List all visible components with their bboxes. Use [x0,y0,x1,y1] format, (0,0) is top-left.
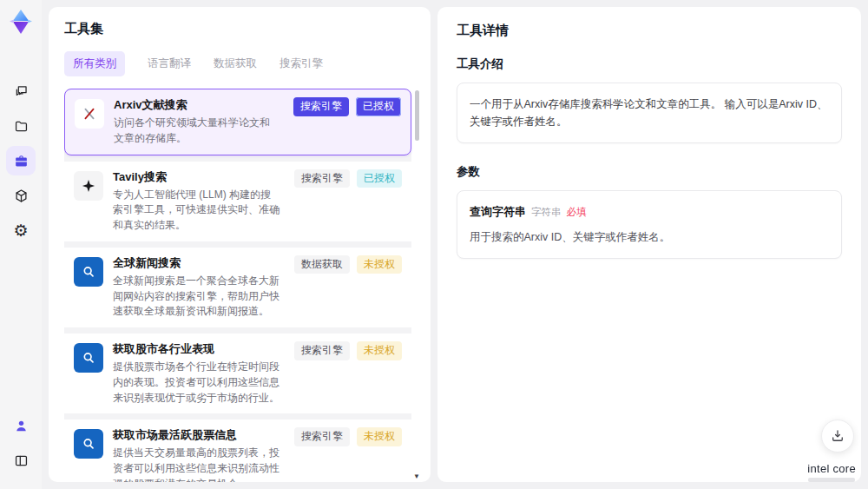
content-area: 工具集 所有类别语言翻译数据获取搜索引擎 Arxiv文献搜索访问各个研究领域大量… [42,0,868,489]
news-search-icon [74,429,103,459]
tool-card[interactable]: 全球新闻搜索全球新闻搜索是一个聚合全球各大新闻网站内容的搜索引擎，帮助用户快速获… [64,248,411,327]
tool-description: 专为人工智能代理 (LLM) 构建的搜索引擎工具，可快速提供实时、准确和真实的结… [113,188,279,234]
auth-status-badge: 未授权 [357,341,402,360]
param-name: 查询字符串 [470,205,526,218]
download-button download-icon[interactable] [821,420,854,453]
tool-card[interactable]: 获取股市各行业表现提供股票市场各个行业在特定时间段内的表现。投资者可以利用这些信… [64,334,411,413]
tab-0[interactable]: 所有类别 [64,51,125,76]
intro-heading: 工具介绍 [457,56,842,72]
rail-nav: ⚙ [6,71,36,250]
tool-title: 获取股市各行业表现 [113,341,279,357]
intro-box: 一个用于从Arxiv存储库搜索科学论文和文章的工具。 输入可以是Arxiv ID… [457,83,842,143]
scrollbar[interactable]: ▼ [415,90,419,470]
category-tabs: 所有类别语言翻译数据获取搜索引擎 [64,51,420,76]
details-panel: 工具详情 工具介绍 一个用于从Arxiv存储库搜索科学论文和文章的工具。 输入可… [437,7,861,482]
category-badge: 搜索引擎 [294,341,350,360]
category-badge: 搜索引擎 [294,427,350,446]
news-search-icon [74,257,103,287]
star-icon [74,171,103,201]
tab-3[interactable]: 搜索引擎 [279,56,323,71]
app-logo crystal-logo-icon [6,7,36,36]
tool-badges: 搜索引擎未授权 [294,341,402,360]
tool-list: Arxiv文献搜索访问各个研究领域大量科学论文和文章的存储库。搜索引擎已授权Ta… [64,89,411,482]
tool-title: 全球新闻搜索 [113,255,279,271]
sidebar-item-toolbox briefcase-icon[interactable] [6,146,36,175]
tool-card[interactable]: Arxiv文献搜索访问各个研究领域大量科学论文和文章的存储库。搜索引擎已授权 [64,89,411,155]
tab-2[interactable]: 数据获取 [214,56,257,71]
tool-title: Tavily搜索 [113,169,279,185]
intel-core-badge-bar [808,478,855,482]
intro-text: 一个用于从Arxiv存储库搜索科学论文和文章的工具。 输入可以是Arxiv ID… [470,98,828,128]
auth-status-badge: 未授权 [357,427,402,446]
tool-card[interactable]: Tavily搜索专为人工智能代理 (LLM) 构建的搜索引擎工具，可快速提供实时… [64,162,411,241]
tools-panel-title: 工具集 [64,21,420,37]
tools-panel: 工具集 所有类别语言翻译数据获取搜索引擎 Arxiv文献搜索访问各个研究领域大量… [49,7,431,482]
tool-list-wrap: Arxiv文献搜索访问各个研究领域大量科学论文和文章的存储库。搜索引擎已授权Ta… [64,89,420,482]
param-description: 用于搜索的Arxiv ID、关键字或作者姓名。 [470,228,829,246]
tool-description: 访问各个研究领域大量科学论文和文章的存储库。 [114,116,279,147]
tool-title: Arxiv文献搜索 [114,97,279,113]
params-box: 查询字符串字符串必填用于搜索的Arxiv ID、关键字或作者姓名。 [457,190,842,259]
param-header: 查询字符串字符串必填 [470,203,829,221]
category-badge: 数据获取 [294,255,350,274]
auth-status-badge: 未授权 [357,255,402,274]
news-search-icon [74,343,103,373]
intel-core-logo: intel core [807,462,856,482]
tool-badges: 搜索引擎未授权 [294,427,402,446]
sidebar-item-settings gear-icon[interactable]: ⚙ [6,215,36,245]
sidebar-item-panel-toggle columns-icon[interactable] [6,446,36,475]
auth-status-badge: 已授权 [356,97,401,116]
tool-title: 获取市场最活跃股票信息 [113,427,279,443]
sidebar-item-account person-icon[interactable] [6,411,36,440]
scroll-down-icon[interactable]: ▼ [413,472,420,480]
tool-badges: 搜索引擎已授权 [294,169,402,188]
tool-description: 提供当天交易量最高的股票列表，投资者可以利用这些信息来识别流动性强的股票和潜在的… [113,446,279,482]
intel-core-text: intel core [807,462,856,475]
sidebar-item-chat chat-icon[interactable] [6,76,36,106]
auth-status-badge: 已授权 [357,169,402,188]
icon-rail: ⚙ [0,0,42,489]
scrollbar-thumb[interactable] [415,90,419,141]
category-badge: 搜索引擎 [294,169,350,188]
tool-badges: 数据获取未授权 [294,255,402,274]
tool-card[interactable]: 获取市场最活跃股票信息提供当天交易量最高的股票列表，投资者可以利用这些信息来识别… [64,420,411,482]
param-required-label: 必填 [567,207,587,217]
sidebar-item-files folder-icon[interactable] [6,111,36,141]
app-root: ⚙ 工具集 所有类别语言翻译数据获取搜索引擎 Arxiv文献搜索访问各个研究领域… [0,0,868,489]
tool-description: 全球新闻搜索是一个聚合全球各大新闻网站内容的搜索引擎，帮助用户快速获取全球最新资… [113,274,279,320]
sidebar-item-plugins cube-icon[interactable] [6,181,36,210]
rail-bottom-nav [6,406,36,480]
details-panel-title: 工具详情 [457,23,842,39]
param-type: 字符串 [531,207,562,217]
arxiv-x-icon [75,99,104,129]
tool-description: 提供股票市场各个行业在特定时间段内的表现。投资者可以利用这些信息来识别表现优于或… [113,360,279,406]
params-heading: 参数 [457,164,842,180]
category-badge: 搜索引擎 [293,97,349,116]
tab-1[interactable]: 语言翻译 [148,56,191,71]
tool-badges: 搜索引擎已授权 [293,97,401,116]
